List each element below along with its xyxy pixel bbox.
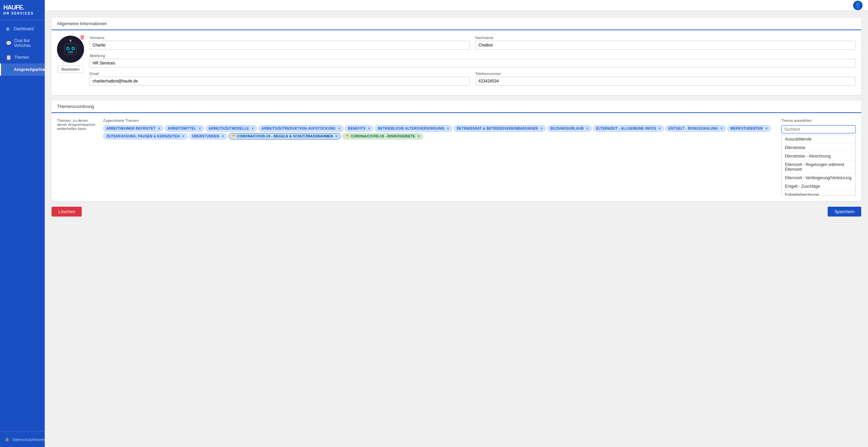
themen-description: Themen, zu denen dieser Ansprechpartner … [57, 118, 98, 196]
tags-container: ARBEITNEHMER BEFRISTET✕ARBEITSMITTEL✕ARB… [103, 125, 776, 139]
svg-rect-8 [68, 52, 69, 53]
tag-remove[interactable]: ✕ [447, 127, 449, 130]
tag-remove[interactable]: ✕ [765, 127, 768, 130]
tag-item: ÜBERSTUNDEN✕ [189, 133, 227, 139]
nachname-input[interactable] [475, 41, 856, 50]
sidebar-item-chatbot[interactable]: 💬 Chat Bot Vorschau [0, 35, 45, 51]
tag-text: BILDUNGSURLAUB [550, 127, 584, 130]
telefon-input[interactable] [475, 77, 856, 86]
dropdown-item[interactable]: Elternzeit - Verlängerung/Verkürzung [782, 174, 855, 182]
tag-remove[interactable]: ✕ [586, 127, 589, 130]
loeschen-button[interactable]: Löschen [52, 207, 82, 217]
thema-section: Thema auswählen AuszubildendeDienstreise… [781, 118, 856, 196]
sidebar-item-label: Dashboard [14, 26, 34, 31]
thema-search-input[interactable] [781, 125, 856, 133]
datenschutz-item[interactable]: 🔒 Datenschutzhinweise [5, 435, 40, 444]
vorname-input[interactable] [90, 41, 470, 50]
tag-text: BETRIEBLICHE ALTERSVERSORGUNG [378, 127, 445, 130]
tag-emoji: 😷 [232, 134, 236, 138]
email-input[interactable] [90, 77, 470, 86]
abteilung-input[interactable] [90, 59, 856, 68]
sidebar-item-label: Ansprechpartner [14, 67, 47, 72]
ansprechpartner-icon: 👤 [6, 67, 11, 72]
sidebar-logo: HAUFE. HR SERVICES [0, 0, 45, 20]
tag-remove[interactable]: ✕ [182, 134, 184, 138]
tag-text: BENEFITS [348, 127, 366, 130]
tag-item: ARBEITSMITTEL✕ [165, 125, 204, 132]
dropdown-item[interactable]: Auszubildende [782, 135, 855, 144]
contact-row: Email Telefonnummer [90, 72, 856, 86]
tag-text: WERKSTUDENTEN [730, 127, 763, 130]
contact-form: Vorname Nachname Abteilung [90, 36, 856, 90]
tag-item: WERKSTUDENTEN✕ [727, 125, 771, 132]
tag-item: ARBEITSZEITMODELLE✕ [205, 125, 257, 132]
tag-text: ZEITERFASSUNG, PAUSEN & KERNZEITEN [106, 134, 180, 138]
abteilung-group: Abteilung [90, 54, 856, 68]
themen-body: Themen, zu denen dieser Ansprechpartner … [57, 118, 856, 196]
tag-remove[interactable]: ✕ [658, 127, 661, 130]
dropdown-item[interactable]: Entgeltabrechnung [782, 191, 855, 196]
telefon-group: Telefonnummer [475, 72, 856, 86]
bearbeiten-button[interactable]: Bearbeiten [58, 66, 83, 73]
abteilung-label: Abteilung [90, 54, 856, 58]
svg-point-3 [67, 48, 69, 50]
tag-text: CORONA/COVID-19 - REGELN & SCHUTZMASSNAH… [237, 134, 333, 138]
tag-item: 😷CORONA/COVID-19 - RISIKOGEBIETE✕ [342, 133, 423, 139]
tag-remove[interactable]: ✕ [540, 127, 543, 130]
tag-item: BETRIEBSRAT & BETRIEBSVEREINBARUNGEN✕ [454, 125, 546, 132]
general-info-header: Allgemeine Informationen [52, 18, 861, 30]
tag-item: ARBEITSZEITREDUKTION/-AUFSTOCKUNG✕ [258, 125, 343, 132]
sidebar-item-themen[interactable]: 📋 Themen [0, 51, 45, 63]
dropdown-item[interactable]: Dienstreise - Abrechnung [782, 152, 855, 161]
tag-remove[interactable]: ✕ [338, 127, 340, 130]
tag-text: ARBEITSZEITMODELLE [209, 127, 249, 130]
topbar: 👤 [45, 0, 868, 11]
tag-item: BILDUNGSURLAUB✕ [547, 125, 592, 132]
dropdown-item[interactable]: Dienstreise [782, 144, 855, 152]
dropdown-item[interactable]: Entgelt - Zuschläge [782, 182, 855, 191]
svg-rect-10 [71, 52, 72, 53]
svg-point-6 [70, 40, 72, 41]
tag-item: BETRIEBLICHE ALTERSVERSORGUNG✕ [375, 125, 452, 132]
tag-remove[interactable]: ✕ [198, 127, 201, 130]
tag-item: ZEITERFASSUNG, PAUSEN & KERNZEITEN✕ [103, 133, 188, 139]
tag-text: ARBEITSZEITREDUKTION/-AUFSTOCKUNG [261, 127, 336, 130]
tag-item: ELTERNZEIT - ALLGEMEINE INFOS✕ [593, 125, 664, 132]
tag-text: CORONA/COVID-19 - RISIKOGEBIETE [351, 134, 415, 138]
themenzuordnung-body: Themen, zu denen dieser Ansprechpartner … [52, 113, 861, 201]
sidebar-item-label: Chat Bot Vorschau [14, 38, 40, 48]
speichern-button[interactable]: Speichern [828, 207, 861, 217]
zugeordnete-section: Zugeordnete Themen ARBEITNEHMER BEFRISTE… [103, 118, 776, 196]
general-info-card: Allgemeine Informationen [52, 18, 861, 95]
tag-text: ARBEITNEHMER BEFRISTET [106, 127, 156, 130]
vorname-label: Vorname [90, 36, 470, 40]
nachname-label: Nachname [475, 36, 856, 40]
tag-remove[interactable]: ✕ [720, 127, 723, 130]
tag-text: BETRIEBSRAT & BETRIEBSVEREINBARUNGEN [457, 127, 538, 130]
svg-rect-9 [70, 52, 70, 53]
tag-remove[interactable]: ✕ [221, 134, 224, 138]
sidebar-item-ansprechpartner[interactable]: 👤 Ansprechpartner [0, 63, 45, 76]
svg-point-4 [73, 48, 74, 50]
tag-remove[interactable]: ✕ [368, 127, 370, 130]
email-label: Email [90, 72, 470, 76]
user-avatar[interactable]: 👤 [853, 1, 863, 10]
chatbot-icon: 💬 [6, 40, 11, 46]
thema-dropdown[interactable]: AuszubildendeDienstreiseDienstreise - Ab… [781, 135, 856, 196]
sidebar-item-dashboard[interactable]: ⊕ Dashboard [0, 23, 45, 35]
main-content: Allgemeine Informationen [45, 11, 868, 447]
vorname-group: Vorname [90, 36, 470, 50]
svg-point-0 [61, 40, 80, 59]
tag-remove[interactable]: ✕ [158, 127, 160, 130]
tag-item: 😷CORONA/COVID-19 - REGELN & SCHUTZMASSNA… [229, 133, 341, 139]
tag-remove[interactable]: ✕ [251, 127, 254, 130]
datenschutz-label: Datenschutzhinweise [12, 437, 47, 442]
tag-remove[interactable]: ✕ [417, 134, 420, 138]
delete-avatar-icon[interactable]: 🗑 [79, 34, 85, 40]
dropdown-item[interactable]: Elternzeit - Regelungen während Elternze… [782, 161, 855, 174]
name-row: Vorname Nachname [90, 36, 856, 50]
tag-emoji: 😷 [345, 134, 349, 138]
tag-remove[interactable]: ✕ [335, 134, 338, 138]
tag-item: ARBEITNEHMER BEFRISTET✕ [103, 125, 163, 132]
logo-hr: HR SERVICES [3, 12, 41, 16]
